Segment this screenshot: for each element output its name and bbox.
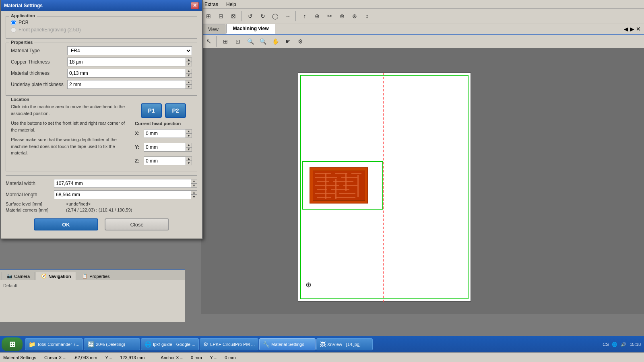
p1-button[interactable]: P1 [141, 103, 162, 118]
z-down[interactable]: ▼ [186, 161, 192, 165]
toolbar-btn-13[interactable]: ↕ [361, 10, 373, 22]
toolbar-btn-11[interactable]: ⊗ [336, 10, 348, 22]
underlay-thickness-up[interactable]: ▲ [186, 80, 192, 84]
status-anchor-y-value: 0 mm [225, 355, 236, 360]
settings-tool[interactable]: ⚙ [295, 36, 306, 47]
pan-tool[interactable]: ✋ [270, 36, 281, 47]
tab-machining-view[interactable]: Machining view [226, 24, 276, 34]
start-button[interactable]: ⊞ [2, 337, 23, 351]
material-length-up[interactable]: ▲ [191, 190, 197, 195]
material-width-input[interactable] [54, 179, 197, 188]
dialog-buttons: OK Close [6, 214, 197, 234]
y-input[interactable] [144, 143, 192, 152]
dialog-close-button[interactable]: ✕ [191, 2, 199, 9]
dialog-title: Material Settings [4, 3, 43, 8]
material-width-up[interactable]: ▲ [191, 179, 197, 183]
close-button[interactable]: Close [105, 218, 169, 230]
taskbar-item-deleting[interactable]: 🔄 20% (Deleting) [84, 338, 140, 350]
application-group-title: Application [9, 13, 37, 18]
toolbar-btn-4[interactable]: ↺ [245, 10, 256, 22]
left-panel-content: Default [0, 280, 185, 291]
camera-icon: 📷 [7, 274, 12, 279]
y-up[interactable]: ▲ [186, 143, 192, 147]
copper-thickness-input[interactable] [67, 58, 192, 66]
material-length-input[interactable] [54, 190, 197, 199]
copper-thickness-row: Copper Thickness ▲ ▼ [11, 58, 192, 66]
menu-help[interactable]: Help [225, 1, 238, 8]
language-indicator: CS [603, 342, 609, 347]
material-thickness-row: Material thickness ▲ ▼ [11, 69, 192, 78]
toolbar-btn-8[interactable]: ↑ [299, 10, 310, 22]
menu-extras[interactable]: Extras [203, 1, 220, 8]
ok-button[interactable]: OK [34, 218, 98, 230]
toolbar-btn-5[interactable]: ↻ [257, 10, 268, 22]
tab-next-icon[interactable]: ▶ [630, 26, 634, 32]
underlay-thickness-input[interactable] [67, 80, 192, 89]
network-icon: 🌐 [612, 342, 617, 347]
taskbar-item-xnview[interactable]: 🖼 XnView - [14.jpg] [316, 338, 373, 350]
status-cursor-x-label: Cursor X = [44, 355, 66, 360]
x-down[interactable]: ▼ [186, 134, 192, 138]
z-spinner: ▲ ▼ [186, 156, 192, 165]
z-input-wrap: ▲ ▼ [144, 156, 192, 165]
x-input[interactable] [144, 129, 192, 138]
zoom-in[interactable]: 🔍 [245, 36, 256, 47]
underlay-thickness-down[interactable]: ▼ [186, 84, 192, 89]
material-corners-value: (2,74 / 122,03) : (110,41 / 190,59) [66, 208, 132, 212]
tab-close-icon[interactable]: ✕ [636, 26, 641, 32]
status-cursor-y-value: 123,913 mm [120, 355, 144, 360]
underlay-thickness-spinner: ▲ ▼ [186, 80, 192, 89]
material-width-down[interactable]: ▼ [191, 183, 197, 188]
location-desc2: Use the buttons to set the front left an… [11, 120, 130, 133]
circuitpro-icon: ⚙ [203, 341, 208, 348]
material-width-row: Material width ▲ ▼ [6, 179, 197, 188]
dialog-titlebar: Material Settings ✕ [1, 0, 202, 11]
properties-group: Properties Material Type FR4 Copper Thic… [6, 43, 197, 96]
tab-prev-icon[interactable]: ◀ [624, 26, 628, 32]
z-input[interactable] [144, 156, 192, 165]
taskbar-item-material-settings[interactable]: 🔧 Material Settings [259, 338, 316, 350]
toolbar-btn-10[interactable]: ✂ [324, 10, 335, 22]
zoom-region[interactable]: ⊡ [232, 36, 244, 47]
material-type-select[interactable]: FR4 [67, 46, 192, 55]
taskbar-item-circuitpro[interactable]: ⚙ LPKF CircuitPro PM ... [200, 338, 258, 350]
copper-thickness-wrap: ▲ ▼ [67, 58, 192, 66]
material-length-wrap: ▲ ▼ [54, 190, 197, 199]
app-toolbar: ⊞ ⊟ ⊠ ↺ ↻ ◯ → ↑ ⊕ ✂ ⊗ ⊛ ↕ [201, 9, 644, 23]
toolbar-btn-9[interactable]: ⊕ [312, 10, 323, 22]
material-width-spinner: ▲ ▼ [191, 179, 197, 188]
taskbar-item-total-commander[interactable]: 📁 Total Commander 7... [25, 338, 83, 350]
total-commander-icon: 📁 [29, 341, 35, 348]
hand-tool[interactable]: ☛ [282, 36, 293, 47]
taskbar-item-browser[interactable]: 🌐 lpkf-guide - Google ... [141, 338, 199, 350]
default-label: Default [3, 283, 182, 288]
copper-thickness-label: Copper Thickness [11, 59, 67, 65]
toolbar-sep-2 [295, 11, 297, 21]
copper-thickness-up[interactable]: ▲ [186, 58, 192, 62]
y-down[interactable]: ▼ [186, 147, 192, 152]
toolbar-btn-6[interactable]: ◯ [270, 10, 281, 22]
material-thickness-down[interactable]: ▼ [186, 73, 192, 78]
toolbar-btn-3[interactable]: ⊠ [228, 10, 239, 22]
material-length-down[interactable]: ▼ [191, 195, 197, 199]
toolbar-btn-7[interactable]: → [282, 10, 293, 22]
material-thickness-up[interactable]: ▲ [186, 69, 192, 73]
material-corners-label: Material corners [mm] [6, 208, 66, 212]
taskbar: ⊞ 📁 Total Commander 7... 🔄 20% (Deleting… [0, 336, 644, 352]
material-thickness-input[interactable] [67, 69, 192, 78]
toolbar-btn-2[interactable]: ⊟ [215, 10, 227, 22]
pcb-radio[interactable] [11, 20, 16, 25]
x-up[interactable]: ▲ [186, 129, 192, 134]
engraving-radio[interactable] [11, 27, 16, 33]
material-corners-row: Material corners [mm] (2,74 / 122,03) : … [6, 208, 197, 212]
status-material-settings: Material Settings [3, 355, 36, 360]
toolbar-btn-12[interactable]: ⊛ [349, 10, 360, 22]
copper-thickness-down[interactable]: ▼ [186, 62, 192, 66]
p2-button[interactable]: P2 [165, 103, 186, 118]
pcb-canvas[interactable]: ⊕ [298, 72, 471, 302]
zoom-out[interactable]: 🔍 [257, 36, 268, 47]
browser-icon: 🌐 [144, 341, 151, 348]
material-settings-dialog: Material Settings ✕ Application PCB Fron… [0, 0, 203, 239]
z-up[interactable]: ▲ [186, 156, 192, 161]
zoom-fit[interactable]: ⊞ [220, 36, 231, 47]
